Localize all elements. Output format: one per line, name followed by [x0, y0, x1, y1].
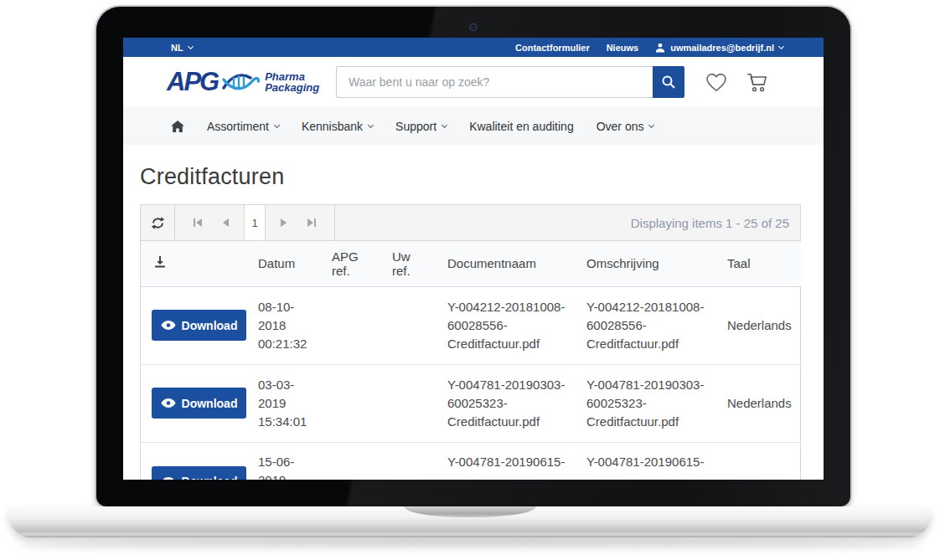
download-button[interactable]: Download [152, 388, 246, 419]
nav-item-assortiment[interactable]: Assortiment [207, 120, 279, 133]
column-header-documentnaam: Documentnaam [439, 241, 578, 286]
language-label: NL [171, 43, 183, 53]
contact-link[interactable]: Contactformulier [515, 43, 590, 53]
column-header-datum: Datum [250, 241, 323, 286]
cell-uw-ref [384, 364, 439, 442]
first-page-button[interactable] [183, 218, 212, 228]
cell-datum: 08-10-2018 00:21:32 [250, 286, 323, 364]
cell-taal: Nederlands [719, 286, 801, 364]
laptop-camera [471, 24, 477, 30]
browser-viewport: NL Contactformulier Nieuws uwmailadres@b… [123, 38, 824, 480]
paging-status: Displaying items 1 - 25 of 25 [631, 205, 800, 240]
download-all-header[interactable] [141, 241, 250, 286]
column-header-omschrijving: Omschrijving [578, 241, 719, 286]
prev-page-button[interactable] [212, 218, 240, 228]
heart-icon [705, 73, 727, 92]
logo[interactable]: APG Pharma Packaging [167, 67, 336, 97]
laptop-base-notch [404, 506, 536, 517]
chevron-down-icon [778, 43, 784, 49]
news-link[interactable]: Nieuws [607, 43, 639, 53]
cell-datum: 15-06-2019 [250, 442, 323, 480]
cell-omschrijving: Y-004781-20190303-60025323-Creditfactuur… [578, 364, 719, 442]
search-button[interactable] [653, 66, 684, 98]
cell-uw-ref [384, 286, 439, 364]
pagination: 1 [175, 205, 335, 240]
download-icon [153, 255, 167, 269]
topbar: NL Contactformulier Nieuws uwmailadres@b… [123, 38, 824, 57]
invoice-table: Datum APG ref. Uw ref. Documentnaam Omsc… [141, 241, 801, 480]
nav-item-kwaliteit[interactable]: Kwaliteit en auditing [469, 120, 574, 133]
cart-icon [746, 73, 768, 92]
chevron-down-icon [188, 43, 194, 49]
column-header-apg-ref: APG ref. [323, 241, 384, 286]
cell-taal: Nederlands [719, 364, 801, 442]
page-title: Creditfacturen [140, 145, 824, 204]
table-row: Download 08-10-2018 00:21:32 Y-004212-20… [141, 286, 801, 364]
logo-apg-text: APG [167, 67, 218, 97]
chevron-down-icon [274, 122, 280, 128]
cell-taal [719, 442, 801, 480]
main-content: Creditfacturen [123, 145, 824, 480]
refresh-button[interactable] [141, 205, 175, 240]
next-page-icon [278, 218, 288, 228]
cell-documentnaam: Y-004212-20181008-60028556-Creditfactuur… [439, 286, 578, 364]
eye-icon [161, 477, 176, 480]
stage: NL Contactformulier Nieuws uwmailadres@b… [0, 0, 940, 560]
nav-item-kennisbank[interactable]: Kennisbank [302, 120, 373, 133]
invoice-grid: 1 Display [140, 204, 801, 480]
column-header-taal: Taal [719, 241, 801, 286]
chevron-down-icon [442, 122, 447, 128]
last-page-button[interactable] [297, 218, 326, 228]
search-icon [661, 74, 676, 90]
cell-documentnaam: Y-004781-20190615- [439, 442, 578, 480]
first-page-icon [193, 218, 203, 228]
table-row: Download 03-03-2019 15:34:01 Y-004781-20… [141, 364, 801, 442]
search-bar [336, 66, 684, 98]
logo-brand-text: Pharma Packaging [265, 71, 319, 93]
cell-documentnaam: Y-004781-20190303-60025323-Creditfactuur… [439, 364, 578, 442]
nav-home[interactable] [171, 121, 184, 132]
grid-toolbar: 1 Display [141, 205, 800, 241]
topbar-links: Contactformulier Nieuws uwmailadres@bedr… [515, 43, 783, 53]
nav-item-support[interactable]: Support [395, 120, 447, 133]
laptop-base [8, 506, 932, 537]
language-selector[interactable]: NL [171, 43, 193, 53]
laptop-screen-bezel: NL Contactformulier Nieuws uwmailadres@b… [96, 7, 850, 506]
last-page-icon [307, 218, 317, 228]
next-page-button[interactable] [269, 218, 297, 228]
nav-item-over-ons[interactable]: Over ons [597, 120, 654, 133]
prev-page-icon [221, 218, 231, 228]
account-email: uwmailadres@bedrijf.nl [670, 43, 774, 53]
cell-omschrijving: Y-004212-20181008-60028556-Creditfactuur… [578, 286, 719, 364]
main-nav: Assortiment Kennisbank Support Kwaliteit… [123, 107, 824, 145]
refresh-icon [151, 216, 165, 230]
current-page-indicator[interactable]: 1 [244, 205, 266, 240]
chevron-down-icon [368, 122, 374, 128]
dna-logo-icon [222, 69, 261, 95]
download-button[interactable]: Download [152, 466, 246, 480]
column-header-uw-ref: Uw ref. [384, 241, 439, 286]
user-icon [655, 43, 665, 53]
eye-icon [161, 321, 176, 330]
wishlist-button[interactable] [705, 73, 727, 92]
cell-omschrijving: Y-004781-20190615- [578, 442, 719, 480]
eye-icon [161, 398, 176, 408]
table-header-row: Datum APG ref. Uw ref. Documentnaam Omsc… [141, 241, 801, 286]
laptop-reflection [17, 540, 923, 553]
account-menu[interactable]: uwmailadres@bedrijf.nl [655, 43, 783, 53]
cell-apg-ref [323, 286, 384, 364]
site-header: APG Pharma Packaging [123, 57, 824, 107]
cell-uw-ref [384, 442, 439, 480]
cell-apg-ref [323, 364, 384, 442]
search-input[interactable] [336, 66, 653, 98]
download-button[interactable]: Download [152, 310, 246, 341]
cell-datum: 03-03-2019 15:34:01 [250, 364, 323, 442]
cell-apg-ref [323, 442, 384, 480]
chevron-down-icon [648, 122, 654, 128]
table-row: Download 15-06-2019 Y-004781-20190615- Y… [141, 442, 801, 480]
cart-button[interactable] [746, 73, 768, 92]
home-icon [171, 121, 184, 132]
